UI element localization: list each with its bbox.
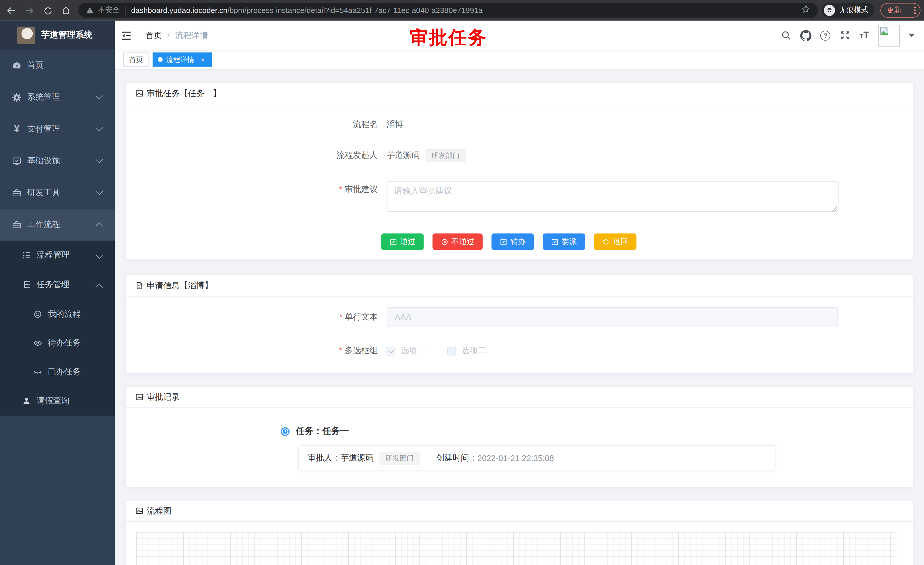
close-icon[interactable] xyxy=(199,56,207,64)
app-title: 芋道管理系统 xyxy=(41,30,93,41)
security-label: 不安全 xyxy=(98,5,120,15)
reject-button[interactable]: 不通过 xyxy=(432,233,483,250)
github-button[interactable] xyxy=(801,30,812,41)
picture-icon xyxy=(135,393,144,402)
font-size-button[interactable]: TT xyxy=(860,31,869,40)
url-text: dashboard.yudao.iocoder.cn/bpm/process-i… xyxy=(131,6,483,15)
sidebar: 芋道管理系统 首页 系统管理 ¥ 支付管理 基础设施 研发工具 工作 xyxy=(0,21,115,565)
bpmn-diagram-canvas[interactable] xyxy=(136,532,896,565)
sidebar-item-process-mgmt[interactable]: 流程管理 xyxy=(0,240,115,270)
bookmark-star-button[interactable] xyxy=(801,4,811,17)
reload-icon xyxy=(43,6,53,16)
task-title: 任务：任务一 xyxy=(296,426,349,437)
browser-forward-button[interactable] xyxy=(23,4,36,17)
sidebar-item-workflow[interactable]: 工作流程 xyxy=(0,209,115,240)
sidebar-item-todo-tasks[interactable]: 待办任务 xyxy=(0,328,115,358)
approval-card-title: 审批任务【任务一】 xyxy=(147,88,221,99)
record-card-title: 审批记录 xyxy=(147,392,180,403)
red-annotation-text: 审批任务 xyxy=(410,25,487,50)
sidebar-item-done-tasks[interactable]: 已办任务 xyxy=(0,357,115,386)
record-detail-box: 审批人：芋道源码 研发部门 创建时间： 2022-01-21 22:35:08 xyxy=(298,445,776,471)
single-text-input[interactable] xyxy=(387,307,838,327)
screen: 不安全 dashboard.yudao.iocoder.cn/bpm/proce… xyxy=(0,0,924,565)
yen-icon: ¥ xyxy=(12,124,22,134)
browser-update-button[interactable]: 更新 xyxy=(880,3,921,18)
sidebar-item-home[interactable]: 首页 xyxy=(0,50,115,81)
monitor-icon xyxy=(12,156,22,166)
gear-icon xyxy=(12,92,22,102)
app-logo xyxy=(17,26,36,44)
checkbox-option-1[interactable]: 选项一 xyxy=(387,346,426,356)
approval-card-header: 审批任务【任务一】 xyxy=(126,83,913,105)
fullscreen-button[interactable] xyxy=(839,30,850,41)
search-button[interactable] xyxy=(780,30,792,41)
breadcrumb-home[interactable]: 首页 xyxy=(146,31,162,41)
picture-icon xyxy=(135,89,144,98)
chevron-up-icon xyxy=(96,284,103,291)
sidebar-item-payment[interactable]: ¥ 支付管理 xyxy=(0,113,115,145)
browser-toolbar: 不安全 dashboard.yudao.iocoder.cn/bpm/proce… xyxy=(0,0,924,21)
briefcase-icon xyxy=(12,219,22,230)
transfer-button[interactable]: 转办 xyxy=(492,233,534,250)
created-label: 创建时间： xyxy=(436,453,477,463)
single-text-row: 单行文本 xyxy=(138,307,901,327)
diagram-card-header: 流程图 xyxy=(126,500,913,521)
browser-reload-button[interactable] xyxy=(41,4,54,17)
clock-icon xyxy=(280,427,290,436)
face-icon xyxy=(32,309,42,319)
browser-menu-icon[interactable] xyxy=(914,9,916,11)
avatar[interactable] xyxy=(878,24,900,46)
checkbox-group-label: 多选框组 xyxy=(138,346,378,356)
approval-task-card: 审批任务【任务一】 流程名 滔博 流程发起人 芋道源码 研发部门 审批建议 xyxy=(125,83,914,259)
record-card-header: 审批记录 xyxy=(126,387,913,408)
chevron-up-icon xyxy=(96,222,103,230)
not-secure-warning-icon xyxy=(86,6,94,15)
return-button[interactable]: 退回 xyxy=(594,233,636,250)
chevron-down-icon xyxy=(96,124,103,131)
eye-icon xyxy=(32,338,42,348)
edit-icon xyxy=(500,238,507,246)
approval-actions: 通过 不通过 转办 委派 xyxy=(381,233,901,250)
sidebar-item-my-process[interactable]: 我的流程 xyxy=(0,299,115,328)
application-card-title: 申请信息【滔博】 xyxy=(147,280,213,291)
single-text-label: 单行文本 xyxy=(138,312,378,322)
process-name-value: 滔博 xyxy=(387,119,403,130)
suggest-textarea[interactable] xyxy=(387,181,838,212)
browser-home-button[interactable] xyxy=(59,4,72,17)
approver-text: 审批人：芋道源码 xyxy=(308,453,374,463)
url-bar[interactable]: 不安全 dashboard.yudao.iocoder.cn/bpm/proce… xyxy=(78,3,818,18)
active-dot xyxy=(158,57,162,62)
approve-button[interactable]: 通过 xyxy=(381,233,424,250)
sidebar-item-infra[interactable]: 基础设施 xyxy=(0,145,115,177)
avatar-caret-icon[interactable] xyxy=(909,34,915,37)
sidebar-item-devtools[interactable]: 研发工具 xyxy=(0,177,115,209)
sidebar-item-leave-query[interactable]: 请假查询 xyxy=(0,386,115,416)
browser-back-button[interactable] xyxy=(4,4,18,17)
diagram-card-title: 流程图 xyxy=(147,506,171,516)
process-starter-label: 流程发起人 xyxy=(138,150,378,161)
sidebar-item-task-mgmt[interactable]: 任务管理 xyxy=(0,270,115,300)
chevron-down-icon xyxy=(96,251,103,258)
tree-icon xyxy=(21,279,31,290)
main-area: 首页 / 流程详情 审批任务 TT 首页 流程详情 xyxy=(115,21,924,565)
delegate-button[interactable]: 委派 xyxy=(543,233,585,250)
picture-icon xyxy=(135,506,144,515)
broken-image-icon xyxy=(880,26,889,35)
workflow-submenu: 流程管理 任务管理 我的流程 待办任务 已办任务 请假 xyxy=(0,240,115,416)
sidebar-item-system[interactable]: 系统管理 xyxy=(0,81,115,113)
sidebar-toggle-button[interactable] xyxy=(121,30,132,41)
list-icon xyxy=(21,250,31,260)
toolbox-icon xyxy=(12,188,22,198)
help-icon[interactable] xyxy=(821,30,831,41)
tag-home[interactable]: 首页 xyxy=(123,53,149,67)
tag-process-detail[interactable]: 流程详情 xyxy=(153,53,212,67)
update-label: 更新 xyxy=(887,5,902,15)
timeline-item: 任务：任务一 xyxy=(280,426,901,437)
department-tag: 研发部门 xyxy=(380,452,420,464)
star-icon xyxy=(801,4,811,14)
undo-icon xyxy=(602,238,610,246)
checkbox-option-2[interactable]: 选项二 xyxy=(447,346,486,356)
tags-view: 首页 流程详情 xyxy=(115,50,924,70)
approval-record-card: 审批记录 任务：任务一 审批人：芋道源码 研发部门 创建时间： 2022-01-… xyxy=(125,386,914,487)
page-content: 审批任务【任务一】 流程名 滔博 流程发起人 芋道源码 研发部门 审批建议 xyxy=(115,69,924,565)
